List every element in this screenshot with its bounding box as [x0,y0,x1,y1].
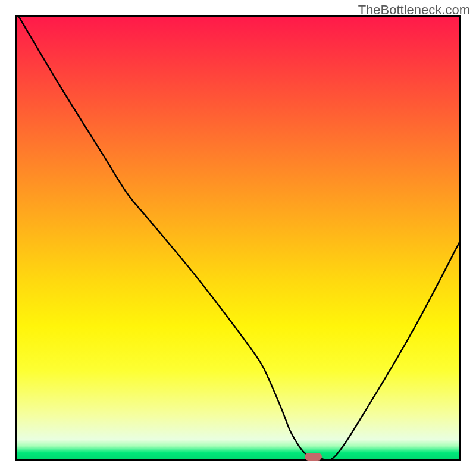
chart-plot-area [15,15,461,461]
optimal-marker [305,453,322,461]
chart-curve-svg [17,17,459,459]
bottleneck-curve [19,17,459,459]
watermark-text: TheBottleneck.com [358,2,470,18]
